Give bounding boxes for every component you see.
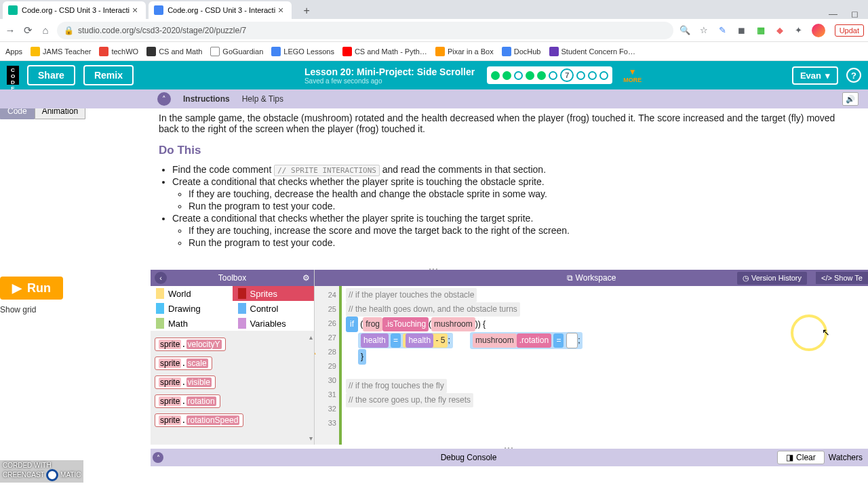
star-icon[interactable]: ☆ <box>698 24 710 37</box>
ext1-icon[interactable]: ✎ <box>717 24 729 37</box>
line-gutter: 242526 27▲2829 30313233 <box>315 286 339 445</box>
cat-control[interactable]: Control <box>233 301 315 316</box>
user-menu[interactable]: Evan▾ <box>792 66 838 85</box>
current-puzzle[interactable]: 7 <box>560 68 574 82</box>
cat-world[interactable]: World <box>151 286 233 301</box>
help-tips-tab[interactable]: Help & Tips <box>242 92 283 106</box>
scroll-down-icon[interactable]: ▾ <box>309 434 313 442</box>
app-header: CODE Share Remix Lesson 20: Mini-Project… <box>0 61 868 89</box>
url-input[interactable]: 🔒 studio.code.org/s/csd3-2020/stage/20/p… <box>57 22 673 39</box>
minimize-icon[interactable]: — <box>829 9 837 19</box>
debug-title: Debug Console <box>165 449 772 466</box>
gear-icon[interactable]: ⚙ <box>302 273 310 283</box>
update-button[interactable]: Updat <box>835 24 864 37</box>
toolbox-panel: ‹ Toolbox ⚙ World Sprites Drawing Contro… <box>151 270 315 445</box>
bookmark[interactable]: CS and Math <box>146 47 202 56</box>
home-icon[interactable]: ⌂ <box>39 24 52 36</box>
sub-bullet: If they are touching, increase the score… <box>189 225 852 236</box>
toolbox-header: ‹ Toolbox ⚙ <box>151 270 314 286</box>
chevron-down-icon: ▾ <box>825 70 830 81</box>
lesson-title: Lesson 20: Mini-Project: Side Scroller <box>304 66 475 77</box>
instructions-tab[interactable]: Instructions <box>183 92 230 106</box>
collapse-icon[interactable]: ˄ <box>157 92 171 106</box>
reload-icon[interactable]: ⟳ <box>22 24 34 37</box>
address-bar: → ⟳ ⌂ 🔒 studio.code.org/s/csd3-2020/stag… <box>0 19 868 42</box>
progress-bubbles[interactable]: 7 <box>487 66 612 84</box>
block[interactable]: sprite.visible <box>155 375 216 389</box>
watchers-tab[interactable]: Watchers <box>829 453 863 462</box>
show-text-button[interactable]: </> Show Te <box>816 272 868 284</box>
bookmark[interactable]: techWO <box>99 47 138 56</box>
back-icon[interactable]: ‹ <box>155 272 167 284</box>
bookmark[interactable]: CS and Math - Pyth… <box>342 47 427 56</box>
bookmark[interactable]: LEGO Lessons <box>271 47 334 56</box>
eraser-icon: ◨ <box>786 453 793 462</box>
help-icon[interactable]: ? <box>846 68 861 83</box>
share-button[interactable]: Share <box>27 65 75 85</box>
version-history-button[interactable]: ◷ Version History <box>737 272 807 285</box>
debug-console: ˄ Debug Console ◨Clear Watchers <box>151 449 868 466</box>
block[interactable]: sprite.rotationSpeed <box>155 413 243 427</box>
instructions-panel: In the sample game, the obstacle (mushro… <box>0 108 868 266</box>
do-this-heading: Do This <box>159 144 852 157</box>
play-icon: ▶ <box>12 281 22 296</box>
saved-status: Saved a few seconds ago <box>304 77 475 85</box>
instructions-tabs: ˄ Instructions Help & Tips 🔊 <box>0 89 868 108</box>
bookmark-apps[interactable]: Apps <box>5 47 22 56</box>
bookmark[interactable]: JAMS Teacher <box>31 47 91 56</box>
bullet: Find the code comment // SPRITE INTERACT… <box>172 164 852 175</box>
remix-button[interactable]: Remix <box>83 65 134 85</box>
sub-bullet: If they are touching, decrease the healt… <box>189 188 852 199</box>
sub-bullet: Run the program to test your code. <box>189 201 852 211</box>
toolbox-blocks[interactable]: ▴ spritesprite.velocityY.velocityY sprit… <box>151 331 314 445</box>
speaker-icon[interactable]: 🔊 <box>842 92 859 106</box>
cursor-icon: ↖ <box>822 325 830 340</box>
expand-icon[interactable]: ˄ <box>153 452 163 463</box>
browser-tab-1[interactable]: Code.org - CSD Unit 3 - Interacti × <box>3 1 146 19</box>
ext2-icon[interactable]: ◼ <box>736 24 748 37</box>
codeorg-logo[interactable]: CODE <box>7 66 19 85</box>
maximize-icon[interactable]: ◻ <box>851 9 859 19</box>
bullet: Create a conditional that checks whether… <box>172 176 852 187</box>
url-text: studio.code.org/s/csd3-2020/stage/20/puz… <box>78 26 246 35</box>
cat-math[interactable]: Math <box>151 316 233 331</box>
ext4-icon[interactable]: ◆ <box>774 24 786 37</box>
bookmark[interactable]: DocHub <box>502 47 541 56</box>
block[interactable]: sprite.scale <box>155 357 212 370</box>
favicon-icon <box>154 5 163 15</box>
bookmark[interactable]: Pixar in a Box <box>435 47 494 56</box>
bookmark[interactable]: Student Concern Fo… <box>549 47 635 56</box>
bullet: Create a conditional that checks whether… <box>172 213 852 224</box>
workspace-header: ⧉Workspace <box>567 273 616 283</box>
link-icon: ⧉ <box>567 273 573 283</box>
ext3-icon[interactable]: ▦ <box>755 24 767 37</box>
clear-button[interactable]: ◨Clear <box>777 451 825 464</box>
tab-title: Code.org - CSD Unit 3 - Interacti <box>22 6 130 14</box>
lock-icon: 🔒 <box>64 26 74 35</box>
run-button[interactable]: ▶Run <box>0 277 63 300</box>
cat-drawing[interactable]: Drawing <box>151 301 233 316</box>
extensions-icon[interactable]: ✦ <box>793 24 805 37</box>
block[interactable]: spritesprite.velocityY.velocityY <box>155 338 226 351</box>
search-icon[interactable]: 🔍 <box>679 24 691 37</box>
bookmark[interactable]: GoGuardian <box>210 47 263 56</box>
scroll-up-icon[interactable]: ▴ <box>309 333 313 341</box>
more-button[interactable]: ▼MORE <box>623 67 642 83</box>
bookmarks-bar: Apps JAMS Teacher techWO CS and Math GoG… <box>0 42 868 61</box>
close-icon[interactable]: × <box>275 5 286 16</box>
forward-icon[interactable]: → <box>4 24 16 36</box>
show-grid-toggle[interactable]: Show grid <box>0 305 142 314</box>
code-editor[interactable]: // if the player touches the obstacle //… <box>339 286 868 445</box>
workspace-panel: ⧉Workspace ◷ Version History </> Show Te… <box>315 270 868 445</box>
cat-sprites[interactable]: Sprites <box>233 286 315 301</box>
watermark: CORDED WITH CREENCAST MATIC <box>0 460 83 483</box>
avatar[interactable] <box>812 24 825 37</box>
new-tab-button[interactable]: + <box>298 3 315 19</box>
block[interactable]: sprite.rotation <box>155 394 220 408</box>
intro-text: In the sample game, the obstacle (mushro… <box>159 113 852 134</box>
tab-title: Code.org - CSD Unit 3 - Interacti <box>167 6 275 14</box>
browser-tab-bar: Code.org - CSD Unit 3 - Interacti × Code… <box>0 0 868 19</box>
browser-tab-2[interactable]: Code.org - CSD Unit 3 - Interacti × <box>149 1 292 19</box>
close-icon[interactable]: × <box>130 5 140 16</box>
cat-variables[interactable]: Variables <box>233 316 315 331</box>
